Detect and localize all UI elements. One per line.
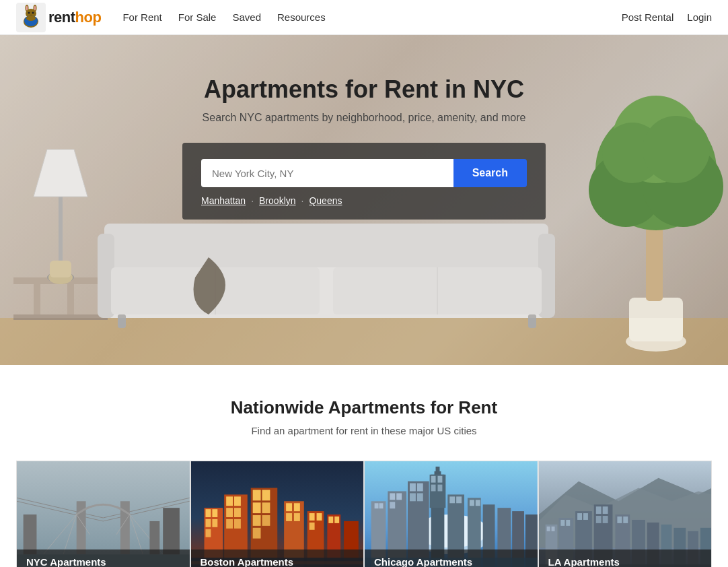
- svg-rect-144: [595, 506, 601, 514]
- svg-rect-65: [212, 519, 217, 527]
- nationwide-subtitle: Find an apartment for rent in these majo…: [16, 425, 712, 436]
- la-card-label: LA Apartments: [539, 549, 712, 567]
- renthop-logo-icon: [16, 3, 46, 32]
- logo-text: renthop: [48, 9, 101, 26]
- svg-rect-117: [437, 476, 442, 483]
- search-container: Search Manhattan · Brooklyn · Queens: [182, 143, 546, 220]
- svg-rect-108: [410, 483, 416, 492]
- svg-rect-92: [328, 516, 333, 523]
- svg-rect-150: [623, 516, 628, 523]
- svg-rect-106: [390, 502, 395, 508]
- svg-rect-122: [456, 496, 462, 503]
- hero-title: Apartments for Rent in NYC: [0, 75, 728, 104]
- svg-rect-147: [602, 516, 608, 523]
- svg-point-6: [34, 5, 36, 10]
- svg-rect-78: [262, 502, 270, 513]
- nationwide-section: Nationwide Apartments for Rent Find an a…: [0, 365, 728, 567]
- nav-post-rental[interactable]: Post Rental: [622, 11, 674, 23]
- city-card-boston[interactable]: Boston Apartments: [190, 461, 365, 567]
- svg-rect-75: [252, 490, 260, 500]
- svg-rect-146: [595, 516, 601, 523]
- hero-subtitle: Search NYC apartments by neighborhood, p…: [0, 112, 728, 124]
- svg-rect-66: [205, 529, 211, 537]
- svg-rect-93: [334, 516, 339, 523]
- svg-rect-124: [470, 500, 474, 506]
- search-input[interactable]: [201, 159, 453, 187]
- svg-rect-64: [205, 519, 211, 527]
- city-grid: NYC Apartments: [16, 461, 712, 567]
- svg-rect-85: [286, 513, 292, 521]
- nav-resources[interactable]: Resources: [277, 11, 326, 23]
- svg-rect-138: [560, 520, 565, 526]
- svg-rect-76: [262, 490, 270, 500]
- svg-rect-79: [252, 515, 260, 526]
- svg-rect-57: [24, 514, 37, 554]
- svg-rect-83: [286, 503, 292, 511]
- svg-rect-116: [431, 476, 436, 483]
- svg-point-11: [26, 15, 36, 21]
- shortcut-queens[interactable]: Queens: [309, 195, 342, 206]
- svg-rect-58: [163, 508, 180, 554]
- city-card-nyc[interactable]: NYC Apartments: [16, 461, 190, 567]
- svg-rect-90: [309, 523, 314, 530]
- hero-content: Apartments for Rent in NYC Search NYC ap…: [0, 35, 728, 220]
- svg-rect-139: [566, 520, 570, 526]
- svg-point-8: [32, 11, 34, 13]
- svg-rect-88: [309, 513, 314, 521]
- shortcut-dot-1: ·: [251, 195, 254, 206]
- svg-rect-136: [551, 527, 554, 531]
- shortcut-dot-2: ·: [301, 195, 304, 206]
- svg-rect-62: [205, 509, 211, 517]
- boston-card-label: Boston Apartments: [191, 549, 364, 567]
- svg-rect-121: [449, 496, 455, 503]
- chicago-card-label: Chicago Apartments: [365, 549, 538, 567]
- svg-rect-145: [602, 506, 608, 514]
- svg-rect-118: [431, 485, 436, 492]
- svg-rect-149: [617, 516, 622, 523]
- svg-rect-114: [436, 467, 440, 473]
- svg-rect-142: [583, 513, 587, 520]
- svg-rect-135: [546, 527, 550, 531]
- svg-rect-105: [396, 493, 402, 500]
- svg-rect-104: [390, 493, 395, 500]
- svg-rect-86: [293, 513, 299, 521]
- nav-right: Post Rental Login: [622, 11, 712, 23]
- nationwide-title: Nationwide Apartments for Rent: [16, 397, 712, 418]
- nav-saved[interactable]: Saved: [232, 11, 261, 23]
- svg-rect-110: [410, 493, 416, 501]
- svg-rect-71: [234, 508, 241, 517]
- svg-rect-73: [234, 519, 241, 529]
- hero-section: Apartments for Rent in NYC Search NYC ap…: [0, 35, 728, 365]
- nav-for-rent[interactable]: For Rent: [122, 11, 161, 23]
- svg-rect-80: [262, 515, 270, 526]
- city-card-la[interactable]: LA Apartments: [538, 461, 713, 567]
- svg-rect-77: [252, 502, 260, 513]
- search-bar: Search: [201, 159, 527, 187]
- svg-rect-69: [234, 496, 241, 506]
- svg-rect-125: [476, 500, 480, 506]
- search-button[interactable]: Search: [453, 159, 527, 187]
- svg-rect-119: [437, 485, 442, 492]
- svg-rect-141: [577, 513, 582, 520]
- svg-rect-84: [293, 503, 299, 511]
- nav-login[interactable]: Login: [687, 11, 712, 23]
- svg-point-7: [28, 11, 30, 13]
- nyc-card-label: NYC Apartments: [17, 549, 190, 567]
- main-nav: For Rent For Sale Saved Resources: [122, 11, 325, 24]
- svg-rect-102: [379, 503, 384, 508]
- navbar: renthop For Rent For Sale Saved Resource…: [0, 0, 728, 35]
- logo-link[interactable]: renthop: [16, 3, 101, 32]
- city-card-chicago[interactable]: Chicago Apartments: [364, 461, 538, 567]
- shortcut-manhattan[interactable]: Manhattan: [201, 195, 246, 206]
- svg-rect-63: [212, 509, 217, 517]
- svg-rect-81: [252, 528, 260, 539]
- search-shortcuts: Manhattan · Brooklyn · Queens: [201, 195, 527, 206]
- svg-rect-68: [226, 496, 233, 506]
- svg-rect-109: [417, 483, 423, 492]
- svg-rect-89: [316, 513, 322, 521]
- svg-rect-101: [375, 503, 379, 508]
- svg-rect-111: [417, 493, 423, 501]
- shortcut-brooklyn[interactable]: Brooklyn: [259, 195, 295, 206]
- nav-for-sale[interactable]: For Sale: [178, 11, 217, 23]
- svg-rect-72: [226, 519, 233, 529]
